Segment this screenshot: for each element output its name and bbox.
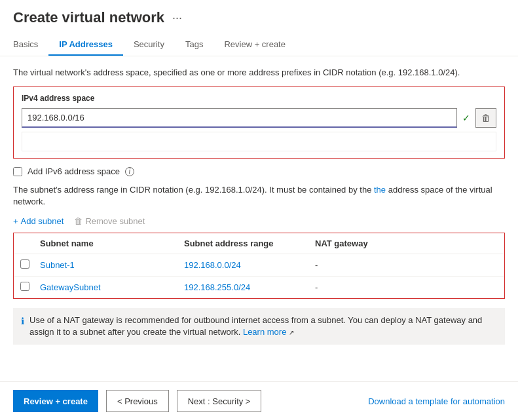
tabs-bar: Basics IP Addresses Security Tags Review… [13,34,505,56]
review-create-button[interactable]: Review + create [13,390,98,412]
subnet2-checkbox[interactable] [20,282,29,291]
ipv4-input-row: ✓ 🗑 [22,108,496,128]
header-subnet-address: Subnet address range [184,239,315,248]
page-title: Create virtual network [13,9,164,26]
ipv6-row: Add IPv6 address space i [13,166,505,176]
add-subnet-label: Add subnet [21,216,64,226]
subnet2-address: 192.168.255.0/24 [184,282,315,292]
header-nat-gateway: NAT gateway [315,239,498,248]
external-link-icon: ↗ [289,329,294,336]
subnet-table-header: Subnet name Subnet address range NAT gat… [14,233,504,254]
page-container: Create virtual network ··· Basics IP Add… [0,0,518,420]
ipv6-checkbox[interactable] [13,167,22,176]
ipv4-address-input[interactable] [22,108,457,128]
subnet1-name-link[interactable]: Subnet-1 [40,260,75,270]
remove-subnet-label: Remove subnet [85,216,145,226]
tab-ip-addresses[interactable]: IP Addresses [48,34,123,56]
delete-address-button[interactable]: 🗑 [475,108,496,128]
ipv6-label: Add IPv6 address space [28,166,120,176]
tab-basics[interactable]: Basics [13,34,48,56]
remove-subnet-icon: 🗑 [74,216,83,226]
subnet1-name[interactable]: Subnet-1 [40,260,184,270]
subnet-actions: + Add subnet 🗑 Remove subnet [13,216,505,226]
add-subnet-button[interactable]: + Add subnet [13,216,64,226]
subnet2-name[interactable]: GatewaySubnet [40,282,184,292]
subnet2-nat: - [315,282,498,292]
info-circle-icon: ℹ [21,315,24,328]
learn-more-link[interactable]: Learn more [243,327,286,337]
info-banner: ℹ Use of a NAT gateway is recommended fo… [13,308,505,345]
plus-icon: + [13,216,18,226]
check-icon: ✓ [460,113,473,123]
ellipsis-button[interactable]: ··· [170,10,185,26]
previous-button[interactable]: < Previous [106,390,169,412]
subnet-description: The subnet's address range in CIDR notat… [13,184,505,208]
subnet1-address: 192.168.0.0/24 [184,260,315,270]
subnet1-checkbox[interactable] [20,259,29,269]
ipv6-info-icon: i [125,167,134,176]
footer: Review + create < Previous Next : Securi… [0,381,518,420]
subnet-table: Subnet name Subnet address range NAT gat… [13,233,505,299]
next-button[interactable]: Next : Security > [177,390,262,412]
subnet2-name-link[interactable]: GatewaySubnet [40,282,101,292]
row1-checkbox-col [20,259,40,271]
header: Create virtual network ··· Basics IP Add… [0,0,518,56]
header-checkbox-col [20,239,40,248]
ipv4-section-label: IPv4 address space [22,94,496,103]
tab-review-create[interactable]: Review + create [213,34,296,56]
table-row: Subnet-1 192.168.0.0/24 - [14,254,504,277]
table-row: GatewaySubnet 192.168.255.0/24 - [14,277,504,298]
tab-tags[interactable]: Tags [175,34,213,56]
header-subnet-name: Subnet name [40,239,184,248]
ipv4-section: IPv4 address space ✓ 🗑 [13,86,505,159]
tab-security[interactable]: Security [123,34,175,56]
info-banner-text: Use of a NAT gateway is recommended for … [29,315,497,338]
remove-subnet-button[interactable]: 🗑 Remove subnet [74,216,145,226]
address-space-description: The virtual network's address space, spe… [13,67,505,79]
row2-checkbox-col [20,282,40,293]
main-content: The virtual network's address space, spe… [0,56,518,381]
download-template-button[interactable]: Download a template for automation [368,396,505,406]
subnet1-nat: - [315,260,498,270]
empty-address-row [22,132,496,151]
title-row: Create virtual network ··· [13,9,505,26]
